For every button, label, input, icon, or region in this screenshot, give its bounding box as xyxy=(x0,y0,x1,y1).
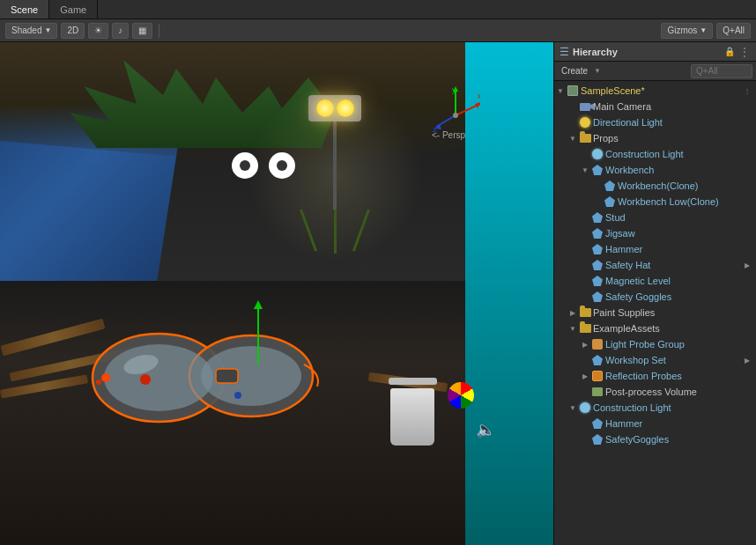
safety-goggles-object xyxy=(79,316,326,439)
hammer-icon xyxy=(591,243,604,255)
tab-game-label: Game xyxy=(60,4,86,15)
tree-item-post-process[interactable]: Post-process Volume xyxy=(554,384,756,400)
tree-item-safety-hat[interactable]: Safety Hat xyxy=(554,257,756,273)
tripod-leg-left xyxy=(300,209,317,251)
tree-item-construction-light-2[interactable]: Construction Light xyxy=(554,400,756,416)
paint-supplies-icon xyxy=(579,306,591,319)
construction-light-2-label: Construction Light xyxy=(593,402,752,413)
safety-goggles-2-label: SafetyGoggles xyxy=(605,434,752,445)
workbench-label: Workbench xyxy=(605,165,752,175)
shading-label: Shaded xyxy=(11,26,41,35)
tab-scene[interactable]: Scene xyxy=(0,0,49,18)
dot-inner-left xyxy=(240,160,250,171)
tab-spacer xyxy=(98,0,756,18)
tree-item-paint-supplies[interactable]: Paint Supplies xyxy=(554,305,756,320)
hammer-2-label: Hammer xyxy=(605,418,752,429)
tree-item-workbench-clone[interactable]: Workbench(Clone) xyxy=(554,178,756,194)
svg-point-2 xyxy=(104,344,213,411)
tab-scene-label: Scene xyxy=(11,4,38,15)
jigsaw-icon xyxy=(591,227,604,239)
svg-point-9 xyxy=(234,392,241,399)
workbench-low-label: Workbench Low(Clone) xyxy=(618,196,752,207)
hierarchy-tree[interactable]: SampleScene* ⋮ Main Camera Directional L… xyxy=(554,81,756,545)
toolbar-sep-1 xyxy=(159,24,159,38)
magnetic-level-icon xyxy=(591,275,604,287)
camera-icon-btn[interactable]: ▦ xyxy=(132,23,152,39)
tree-item-safety-goggles[interactable]: Safety Goggles xyxy=(554,289,756,305)
light-icon-btn[interactable]: ☀ xyxy=(88,23,108,39)
safety-hat-label: Safety Hat xyxy=(605,260,742,270)
dot-inner-right xyxy=(277,160,287,171)
main-camera-label: Main Camera xyxy=(593,101,752,112)
tree-item-workbench[interactable]: Workbench xyxy=(554,162,756,178)
tripod-leg-right xyxy=(352,209,370,251)
hierarchy-toolbar: Create ▼ xyxy=(554,62,756,81)
light-bulb-left xyxy=(316,99,334,117)
hierarchy-panel: ☰ Hierarchy 🔒 ⋮ Create ▼ SampleScene* ⋮ xyxy=(553,42,756,545)
tripod-leg-center xyxy=(334,210,337,254)
arrow-paint xyxy=(567,309,579,317)
create-dropdown-icon: ▼ xyxy=(594,67,601,75)
arrow-props xyxy=(567,135,579,143)
tree-item-light-probe[interactable]: Light Probe Group xyxy=(554,336,756,352)
hammer-2-icon xyxy=(591,417,604,430)
svg-point-19 xyxy=(453,113,458,118)
svg-rect-5 xyxy=(216,369,238,383)
tab-game[interactable]: Game xyxy=(49,0,98,18)
panel-menu-icon[interactable]: ⋮ xyxy=(738,45,751,59)
gizmo-dots xyxy=(232,152,295,179)
workshop-expand xyxy=(742,357,752,365)
directional-light-icon xyxy=(579,116,591,129)
workbench-clone-label: Workbench(Clone) xyxy=(618,180,752,191)
tree-item-workbench-low-clone[interactable]: Workbench Low(Clone) xyxy=(554,194,756,210)
audio-icon-btn[interactable]: ♪ xyxy=(112,23,129,39)
jigsaw-label: Jigsaw xyxy=(605,228,752,239)
tree-item-stud[interactable]: Stud xyxy=(554,210,756,225)
gizmos-dropdown[interactable]: Gizmos ▼ xyxy=(661,23,713,39)
bucket-body xyxy=(390,388,434,446)
props-label: Props xyxy=(593,133,752,144)
tree-item-jigsaw[interactable]: Jigsaw xyxy=(554,225,756,241)
chevron-down-icon-gizmos: ▼ xyxy=(700,26,707,34)
post-process-label: Post-process Volume xyxy=(605,387,752,397)
tree-item-props[interactable]: Props xyxy=(554,130,756,146)
hierarchy-search[interactable] xyxy=(691,64,752,78)
example-assets-label: ExampleAssets xyxy=(593,323,752,334)
stud-icon xyxy=(591,211,604,224)
tree-item-main-camera[interactable]: Main Camera xyxy=(554,99,756,114)
paint-bucket xyxy=(386,378,439,448)
q-all-btn[interactable]: Q+All xyxy=(716,23,751,39)
create-button[interactable]: Create xyxy=(558,66,591,76)
workbench-low-icon xyxy=(604,195,616,208)
tree-item-hammer-2[interactable]: Hammer xyxy=(554,416,756,431)
light-probe-icon xyxy=(591,338,604,350)
tree-item-hammer[interactable]: Hammer xyxy=(554,241,756,257)
tree-item-magnetic-level[interactable]: Magnetic Level xyxy=(554,273,756,289)
goggles-svg xyxy=(79,316,326,439)
construction-light-1-label: Construction Light xyxy=(605,149,752,159)
svg-text:x: x xyxy=(478,92,480,100)
arrow-reflection xyxy=(579,372,591,380)
tree-item-directional-light[interactable]: Directional Light xyxy=(554,114,756,130)
tree-item-workshop-set[interactable]: Workshop Set xyxy=(554,352,756,368)
tree-item-construction-light-1[interactable]: Construction Light xyxy=(554,146,756,162)
lock-icon[interactable]: 🔒 xyxy=(724,47,735,56)
svg-point-6 xyxy=(101,373,110,382)
scene-viewport[interactable]: y x z <- Persp 🔈 xyxy=(0,42,553,545)
tree-item-reflection-probes[interactable]: Reflection Probes xyxy=(554,368,756,384)
2d-toggle[interactable]: 2D xyxy=(61,23,85,39)
persp-label: <- Persp xyxy=(432,130,465,140)
scene-icon xyxy=(567,85,579,97)
scene-label: SampleScene* xyxy=(581,85,731,96)
safety-hat-icon xyxy=(591,259,604,271)
main-content: y x z <- Persp 🔈 ☰ Hie xyxy=(0,42,756,545)
light-probe-label: Light Probe Group xyxy=(605,339,752,350)
tree-item-example-assets[interactable]: ExampleAssets xyxy=(554,320,756,336)
directional-light-label: Directional Light xyxy=(593,117,752,128)
hammer-label: Hammer xyxy=(605,244,752,254)
stud-label: Stud xyxy=(605,212,752,223)
tree-item-sample-scene[interactable]: SampleScene* ⋮ xyxy=(554,83,756,99)
tree-item-safety-goggles-2[interactable]: SafetyGoggles xyxy=(554,431,756,447)
safety-goggles-icon xyxy=(591,291,604,303)
shading-dropdown[interactable]: Shaded ▼ xyxy=(5,23,57,39)
